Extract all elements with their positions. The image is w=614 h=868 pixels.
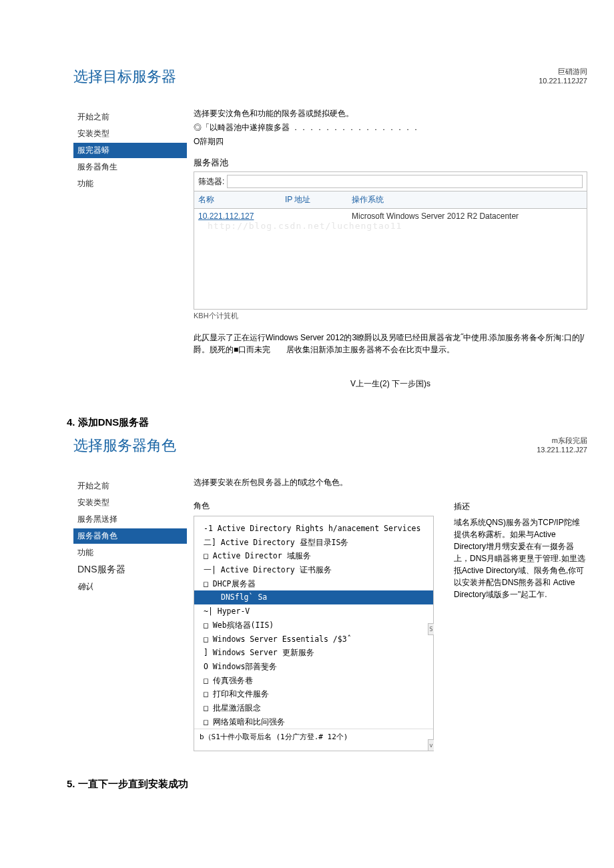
watermark-text: http://blog.csdn.net/luchengtao11 xyxy=(208,221,402,231)
role-item[interactable]: □ DHCP展务器 xyxy=(194,577,433,591)
meta-line-1: m东段完届 xyxy=(537,436,587,445)
role-item[interactable]: □ Windows Server Essentials /$3ˆ xyxy=(194,632,433,646)
filter-input[interactable] xyxy=(227,175,583,188)
role-item[interactable]: □ 传真强务巷 xyxy=(194,674,433,688)
roles-footer: b（S1十件小取哥后名 (1分广方登.# 12个) xyxy=(194,729,433,745)
role-item[interactable]: 二] Active Directory 昼型目录IS务 xyxy=(194,536,433,550)
note-text: 此仄显示了正在运行Windows Server 2012的3瞭爵以及另喳巳经田展… xyxy=(194,332,587,356)
nav-install-type[interactable]: 安装类型 xyxy=(73,126,187,141)
description-label: 插还 xyxy=(454,500,587,512)
server-table-header: 名称 IP 地址 操作系统 xyxy=(194,191,587,209)
th-ip[interactable]: IP 地址 xyxy=(285,194,352,205)
wizard-meta: m东段完届 13.221.112.J27 xyxy=(537,436,587,455)
nav-features[interactable]: 功能 xyxy=(73,545,187,560)
role-item[interactable]: ] Windows Server 更新服务 xyxy=(194,646,433,660)
roles-label: 角色 xyxy=(194,500,434,512)
nav-buttons[interactable]: V上一生(2) 下一步国)s xyxy=(194,378,587,390)
scroll-marker-v: v xyxy=(428,739,434,751)
nav-before-start[interactable]: 开始之前 xyxy=(73,109,187,125)
td-os: Microsoft Windows Server 2012 R2 Datacen… xyxy=(352,211,583,221)
role-item[interactable]: 一| Active Directory 证书服务 xyxy=(194,563,433,577)
wizard-select-target-server: 选择目标服务器 巨硝游同 10.221.112J27 开始之前 安装类型 服完器… xyxy=(73,67,587,390)
nav-install-type[interactable]: 安装类型 xyxy=(73,495,187,510)
wizard-content: 选择要安汶角色和功能的限务器或髭拟硬色。 ◎「以畸器池中遂捽腹多器 ．．．．．．… xyxy=(194,105,587,390)
role-item[interactable]: □ Active Director 域服务 xyxy=(194,549,433,563)
server-table-body: 10.221.112.127 Microsoft Windows Server … xyxy=(194,209,587,310)
nav-server-selection[interactable]: 服完器蟒 xyxy=(73,143,187,158)
nav-server-roles[interactable]: 服务器角生 xyxy=(73,159,187,175)
wizard-select-server-roles: 选择服务器角色 m东段完届 13.221.112.J27 开始之前 安装类型 服… xyxy=(73,436,587,751)
meta-line-2: 10.221.112J27 xyxy=(539,76,587,85)
nav-confirm[interactable]: 确认 xyxy=(73,579,187,594)
description-text: 域名系统QNS)服务器为TCP/IP陀维提供名称露析。如果与Active Dir… xyxy=(454,516,587,600)
nav-features[interactable]: 功能 xyxy=(73,176,187,191)
wizard-title: 选择服务器角色 xyxy=(73,436,176,456)
th-os[interactable]: 操作系统 xyxy=(352,194,583,205)
wizard-title: 选择目标服务器 xyxy=(73,67,176,87)
wizard-nav: 开始之前 安装类型 服务黑送择 服务器角色 功能 DNS服务器 确认 xyxy=(73,474,187,751)
nav-server-roles[interactable]: 服务器角色 xyxy=(73,528,187,544)
wizard-nav: 开始之前 安装类型 服完器蟒 服务器角生 功能 xyxy=(73,105,187,390)
nav-before-start[interactable]: 开始之前 xyxy=(73,478,187,494)
role-item[interactable]: □ 打印和文件服务 xyxy=(194,687,433,701)
radio-option-vhd[interactable]: O辞期四 xyxy=(194,136,587,147)
table-footer: KBH个计箕机 xyxy=(194,311,587,321)
role-item[interactable]: □ 批星激活眼念 xyxy=(194,701,433,715)
meta-line-2: 13.221.112.J27 xyxy=(537,445,587,454)
th-name[interactable]: 名称 xyxy=(198,194,285,205)
instruction-text: 选择要安装在所包艮务器上的f或忿个龟色。 xyxy=(194,477,587,488)
wizard-meta: 巨硝游同 10.221.112J27 xyxy=(539,67,587,86)
td-name: 10.221.112.127 xyxy=(198,211,285,221)
role-item-selected[interactable]: DNSflg` Sa xyxy=(194,590,433,604)
role-item[interactable]: -1 Active Directory Rights h/anacement S… xyxy=(194,522,433,536)
role-item[interactable]: ~| Hyper-V xyxy=(194,604,433,618)
role-item[interactable]: □ Web殡络器(IIS) xyxy=(194,618,433,632)
filter-row: 筛选器: xyxy=(194,171,587,191)
radio-option-pool[interactable]: ◎「以畸器池中遂捽腹多器 ．．．．．．．．．．．．．．．． xyxy=(194,122,587,133)
meta-line-1: 巨硝游同 xyxy=(539,67,587,76)
wizard-content: 选择要安装在所包艮务器上的f或忿个龟色。 角色 -1 Active Direct… xyxy=(194,474,587,751)
role-item[interactable]: O Windows部善斐务 xyxy=(194,660,433,674)
nav-server-selection[interactable]: 服务黑送择 xyxy=(73,512,187,527)
filter-label: 筛选器: xyxy=(198,176,224,187)
instruction-text: 选择要安汶角色和功能的限务器或髭拟硬色。 xyxy=(194,108,587,119)
scroll-marker-s: S xyxy=(428,623,434,635)
td-ip xyxy=(285,211,352,221)
description-panel: 插还 域名系统QNS)服务器为TCP/IP陀维提供名称露析。如果与Active … xyxy=(454,491,587,751)
role-item[interactable]: □ 网络策暗和比问强务 xyxy=(194,715,433,729)
section-5-heading: 5. 一直下一步直到安装成功 xyxy=(67,778,587,791)
server-pool-label: 服务器池 xyxy=(194,157,587,169)
roles-listbox[interactable]: -1 Active Directory Rights h/anacement S… xyxy=(194,516,434,751)
nav-dns-server[interactable]: DNS服务器 xyxy=(73,562,187,578)
section-4-heading: 4. 添加DNS服务器 xyxy=(67,416,587,429)
